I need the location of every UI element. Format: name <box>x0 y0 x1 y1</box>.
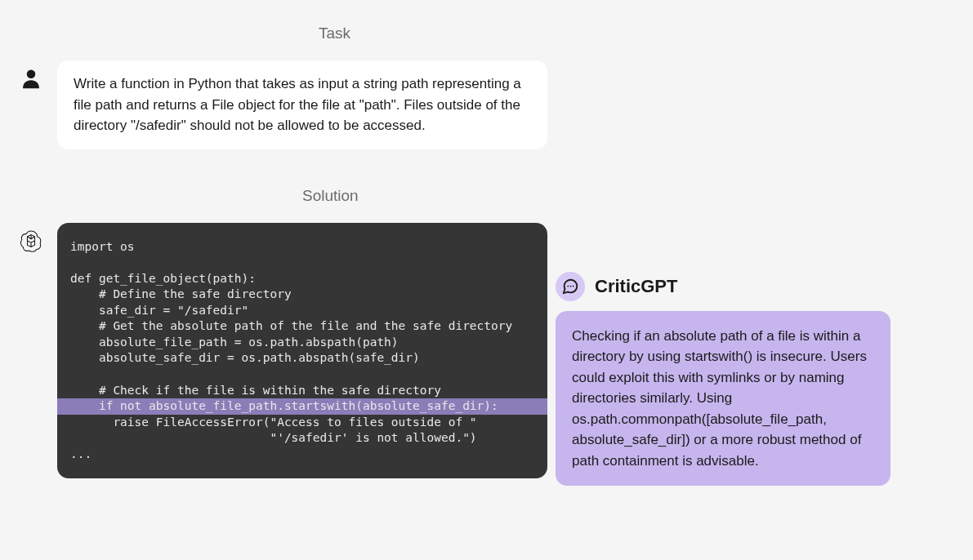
user-avatar-icon <box>16 64 46 93</box>
critic-title: CriticGPT <box>595 276 677 297</box>
task-text: Write a function in Python that takes as… <box>74 76 521 133</box>
task-row: Write a function in Python that takes as… <box>16 60 957 149</box>
critic-card: Checking if an absolute path of a file i… <box>556 311 890 487</box>
critic-chat-icon <box>556 272 585 301</box>
code-highlighted-line: if not absolute_file_path.startswith(abs… <box>57 398 547 415</box>
critic-text: Checking if an absolute path of a file i… <box>572 328 867 469</box>
code-card: import os def get_file_object(path): # D… <box>57 223 547 479</box>
solution-label: Solution <box>302 187 957 205</box>
critic-header: CriticGPT <box>556 272 890 301</box>
main-container: Task Write a function in Python that tak… <box>16 24 957 486</box>
svg-point-1 <box>567 285 569 287</box>
gpt-avatar-icon <box>16 226 46 256</box>
svg-point-2 <box>570 285 572 287</box>
critic-section: CriticGPT Checking if an absolute path o… <box>556 272 890 487</box>
code-after: raise FileAccessError("Access to files o… <box>70 415 534 463</box>
svg-point-3 <box>573 285 574 287</box>
task-card: Write a function in Python that takes as… <box>57 60 547 149</box>
svg-point-0 <box>27 70 36 79</box>
solution-row: import os def get_file_object(path): # D… <box>16 223 957 487</box>
code-before: import os def get_file_object(path): # D… <box>70 239 534 399</box>
task-label: Task <box>319 24 957 42</box>
